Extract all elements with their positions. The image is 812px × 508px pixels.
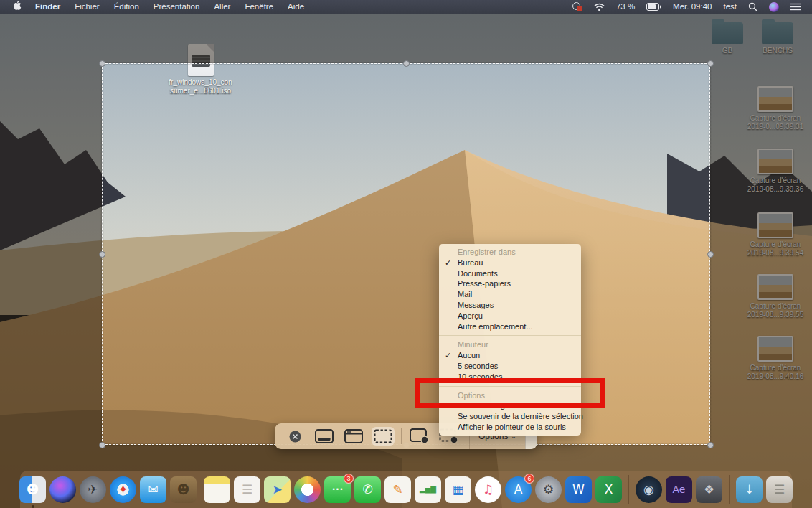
menu-item[interactable]: Documents bbox=[439, 268, 581, 279]
dock-icon-siri[interactable] bbox=[49, 476, 76, 503]
steam-glyph: ◉ bbox=[643, 484, 654, 496]
user-name[interactable]: test bbox=[717, 0, 742, 14]
dock-icon-appstore[interactable]: A6 bbox=[505, 476, 532, 503]
dock-icon-downloads-folder[interactable]: ↓ bbox=[736, 476, 763, 503]
mail-glyph: ✉ bbox=[148, 484, 158, 496]
desktop-screen: fr_windows_10_con sumer_e...8601.iso GBB… bbox=[0, 0, 812, 508]
dock-icon-notes[interactable] bbox=[204, 476, 230, 503]
dock-icon-trash[interactable]: ☰ bbox=[766, 476, 793, 503]
menu-item-label: Messages bbox=[458, 301, 494, 309]
menu-item-label: Documents bbox=[458, 269, 498, 278]
wifi-icon[interactable] bbox=[588, 3, 610, 11]
safari-glyph: ✦ bbox=[118, 484, 128, 496]
capture-selection-button[interactable] bbox=[372, 427, 395, 446]
dim-overlay-left bbox=[0, 63, 102, 445]
menu-item[interactable]: Autre emplacement... bbox=[439, 321, 581, 332]
facetime-glyph: ✆ bbox=[362, 484, 372, 496]
menu-item[interactable]: Messages bbox=[439, 300, 581, 311]
notification-list-icon[interactable] bbox=[785, 3, 806, 11]
menu-aller[interactable]: Aller bbox=[207, 0, 237, 14]
selection-handle[interactable] bbox=[99, 251, 105, 258]
menu-section-header: Enregistrer dans bbox=[439, 247, 581, 258]
menu-finder[interactable]: Finder bbox=[28, 0, 67, 14]
red-highlight-box bbox=[415, 378, 605, 408]
dock-icon-maps[interactable]: ➤ bbox=[264, 476, 291, 503]
menu-présentation[interactable]: Présentation bbox=[146, 0, 207, 14]
bootcamp-drive-glyph: ❖ bbox=[704, 484, 714, 496]
menu-item[interactable]: ✓Aucun bbox=[439, 350, 581, 361]
launchpad-glyph: ✈ bbox=[88, 484, 98, 496]
dock-icon-mail[interactable]: ✉ bbox=[140, 476, 166, 503]
menu-item-label: Aperçu bbox=[458, 311, 483, 320]
trash-glyph: ☰ bbox=[774, 484, 785, 496]
record-screen-button[interactable] bbox=[408, 427, 431, 446]
dock-icon-photos[interactable] bbox=[294, 476, 321, 503]
messages-glyph: ••• bbox=[332, 486, 344, 493]
menu-item[interactable]: Aperçu bbox=[439, 311, 581, 321]
appstore-glyph: A bbox=[514, 484, 523, 496]
menu-item[interactable]: Se souvenir de la dernière sélection bbox=[439, 411, 581, 422]
reminders-glyph: ☰ bbox=[242, 484, 252, 496]
battery-icon[interactable] bbox=[641, 3, 667, 11]
dock-icon-finder[interactable]: ☻ bbox=[19, 476, 46, 503]
dock-icon-launchpad[interactable]: ✈ bbox=[80, 476, 106, 503]
menu-item[interactable]: 5 secondes bbox=[439, 361, 581, 372]
selection-handle[interactable] bbox=[707, 251, 714, 258]
dock-icon-numbers[interactable]: ▂▅▇ bbox=[415, 476, 441, 503]
dock-icon-facetime[interactable]: ✆ bbox=[354, 476, 381, 503]
menu-item[interactable]: Presse-papiers bbox=[439, 278, 581, 289]
running-indicator bbox=[32, 505, 34, 508]
dim-overlay-top bbox=[0, 14, 812, 63]
menu-édition[interactable]: Édition bbox=[107, 0, 146, 14]
dock-icon-pages[interactable]: ✎ bbox=[384, 476, 411, 503]
dock-icon-steam[interactable]: ◉ bbox=[636, 476, 662, 503]
dock: ☻✈✦✉☻AOÛT7☰➤•••3✆✎▂▅▇▦♫A6⚙WX◉Ae❖↓☰ bbox=[20, 471, 792, 508]
siri-icon[interactable] bbox=[763, 2, 785, 12]
selection-handle[interactable] bbox=[99, 442, 105, 448]
menu-fichier[interactable]: Fichier bbox=[67, 0, 107, 14]
dock-icon-keynote[interactable]: ▦ bbox=[445, 476, 471, 503]
menu-item-label: Mail bbox=[458, 290, 472, 298]
contacts-glyph: ☻ bbox=[177, 484, 190, 496]
capture-window-button[interactable] bbox=[342, 427, 365, 446]
capture-screen-button[interactable] bbox=[313, 427, 336, 446]
dock-icon-after-effects[interactable]: Ae bbox=[666, 476, 692, 503]
menu-item[interactable]: ✓Bureau bbox=[439, 258, 581, 268]
search-icon[interactable] bbox=[742, 2, 763, 11]
dock-icon-itunes[interactable]: ♫ bbox=[475, 476, 501, 503]
dock-icon-reminders[interactable]: ☰ bbox=[234, 476, 260, 503]
dock-icon-system-preferences[interactable]: ⚙ bbox=[535, 476, 562, 503]
dim-overlay-right bbox=[710, 63, 812, 445]
menu-item-label: Presse-papiers bbox=[458, 279, 511, 288]
close-button[interactable] bbox=[283, 427, 306, 446]
dock-icon-contacts[interactable]: ☻ bbox=[170, 476, 197, 503]
finder-glyph: ☻ bbox=[27, 484, 39, 496]
excel-glyph: X bbox=[605, 484, 613, 496]
dock-icon-safari[interactable]: ✦ bbox=[110, 476, 136, 503]
selection-handle[interactable] bbox=[707, 442, 714, 448]
menu-fenêtre[interactable]: Fenêtre bbox=[237, 0, 280, 14]
dock-icon-excel[interactable]: X bbox=[595, 476, 622, 503]
menu-bar: FinderFichierÉditionPrésentationAllerFen… bbox=[0, 0, 812, 14]
selection-handle[interactable] bbox=[707, 60, 714, 67]
menu-item-label: Autre emplacement... bbox=[458, 322, 533, 331]
menu-item[interactable]: Mail bbox=[439, 289, 581, 300]
menu-section-header: Minuteur bbox=[439, 339, 581, 350]
dock-icon-bootcamp-drive[interactable]: ❖ bbox=[696, 476, 722, 503]
screen-recording-icon[interactable] bbox=[566, 2, 588, 11]
dock-icon-word[interactable]: W bbox=[565, 476, 592, 503]
dock-separator bbox=[628, 475, 629, 504]
numbers-glyph: ▂▅▇ bbox=[420, 486, 436, 493]
menu-item[interactable]: Afficher le pointeur de la souris bbox=[439, 422, 581, 433]
battery-percent[interactable]: 73 % bbox=[610, 0, 641, 14]
apple-menu[interactable] bbox=[7, 1, 28, 12]
checkmark-icon: ✓ bbox=[445, 258, 455, 268]
selection-handle[interactable] bbox=[403, 60, 410, 67]
menu-aide[interactable]: Aide bbox=[280, 0, 311, 14]
capture-selection-region[interactable] bbox=[102, 63, 710, 445]
menu-item-label: Se souvenir de la dernière sélection bbox=[458, 412, 583, 420]
clock[interactable]: Mer. 09:40 bbox=[667, 0, 717, 14]
dock-icon-messages[interactable]: •••3 bbox=[324, 476, 351, 503]
keynote-glyph: ▦ bbox=[452, 484, 463, 496]
selection-handle[interactable] bbox=[99, 60, 105, 67]
